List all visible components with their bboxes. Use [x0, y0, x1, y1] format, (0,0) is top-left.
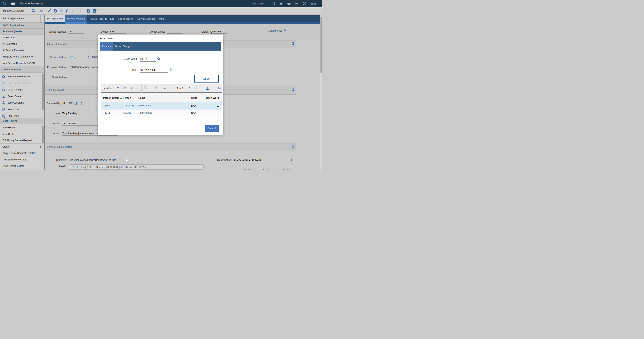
svg-text:IBM: IBM	[310, 2, 316, 5]
svg-text:?: ?	[304, 2, 305, 5]
